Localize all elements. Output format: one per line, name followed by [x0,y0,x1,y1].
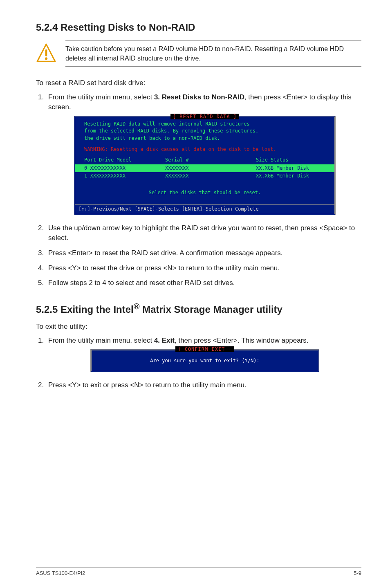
section-525-title: 5.2.5 Exiting the Intel® Matrix Storage … [36,301,361,317]
step-525-1: From the utility main menu, select 4. Ex… [46,336,361,372]
footer-left: ASUS TS100-E4/PI2 [36,570,85,577]
step-524-1-bold: 3. Reset Disks to Non-RAID [154,93,244,101]
bios-row-1-c2: XXXXXXXX [165,173,246,180]
step-524-1-pre: From the utility main menu, select [48,93,154,101]
bios-row-0[interactable]: 0 XXXXXXXXXXXX XXXXXXXX XX.XGB Member Di… [75,164,334,172]
bios-reset-note: Select the disks that should be reset. [75,180,334,204]
section-525-title-post: Matrix Storage Manager utility [139,304,282,315]
bios-reset-paragraph: Resetting RAID data will remove internal… [75,119,334,144]
bios-row-1-c3: XX.XGB Member Disk [246,173,327,180]
section-525-title-pre: 5.2.5 Exiting the Intel [36,304,134,315]
bios-exit-panel: [ CONFIRM EXIT ] Are you sure you want t… [90,349,319,372]
bios-row-0-c1: 0 XXXXXXXXXXXX [84,165,165,172]
steps-524: From the utility main menu, select 3. Re… [36,92,361,288]
svg-point-2 [45,57,47,60]
step-525-1-bold: 4. Exit [154,337,175,344]
step-524-5: Follow steps 2 to 4 to select and reset … [46,278,361,288]
bios-h-serial: Serial # [165,157,246,164]
step-525-1-pre: From the utility main menu, select [48,337,154,344]
bios-row-0-c2: XXXXXXXX [165,165,246,172]
step-524-4: Press <Y> to reset the drive or press <N… [46,263,361,274]
lead-524: To reset a RAID set hard disk drive: [36,78,361,88]
caution-block: Take caution before you reset a RAID vol… [36,40,361,67]
bios-exit-titlebar: [ CONFIRM EXIT ] [92,346,318,352]
bios-h-port: Port Drive Model [84,157,165,164]
steps-525: From the utility main menu, select 4. Ex… [36,336,361,391]
caution-icon [36,43,56,63]
bios-h-size: Size Status [246,157,327,164]
bios-reset-title: [ RESET RAID DATA ] [170,114,239,119]
step-524-2: Use the up/down arrow key to highlight t… [46,223,361,243]
footer-right: 5-9 [354,570,361,577]
svg-rect-1 [45,49,47,56]
page-footer: ASUS TS100-E4/PI2 5-9 [36,568,361,577]
step-524-3: Press <Enter> to reset the RAID set driv… [46,248,361,258]
bios-row-0-c3: XX.XGB Member Disk [246,165,327,172]
registered-icon: ® [134,302,140,311]
bios-row-1-c1: 1 XXXXXXXXXXXX [84,173,165,180]
step-525-2: Press <Y> to exit or press <N> to return… [46,380,361,391]
step-524-1: From the utility main menu, select 3. Re… [46,92,361,215]
bios-exit-msg: Are you sure you want to exit? (Y/N): [92,352,318,367]
bios-reset-titlebar: [ RESET RAID DATA ] [75,113,334,119]
section-524-title: 5.2.4 Resetting Disks to Non-RAID [36,20,361,35]
bios-row-1[interactable]: 1 XXXXXXXXXXXX XXXXXXXX XX.XGB Member Di… [75,172,334,180]
bios-reset-header: Port Drive Model Serial # Size Status [75,157,334,164]
bios-exit-title: [ CONFIRM EXIT ] [175,346,234,352]
bios-reset-warning: WARNING: Resetting a disk causes all dat… [75,144,334,156]
bios-reset-footer: [↑↓]-Previous/Next [SPACE]-Selects [ENTE… [75,204,334,213]
bios-reset-panel: [ RESET RAID DATA ] Resetting RAID data … [74,116,336,215]
step-525-1-post: , then press <Enter>. This window appear… [175,337,309,344]
caution-text: Take caution before you reset a RAID vol… [65,40,361,67]
lead-525: To exit the utility: [36,322,361,332]
